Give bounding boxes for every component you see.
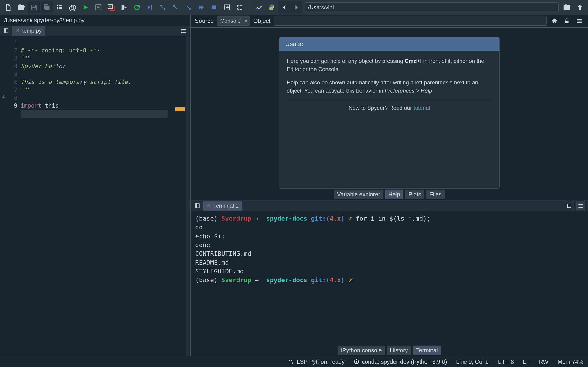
svg-rect-23 — [182, 32, 186, 33]
tab-plots[interactable]: Plots — [405, 190, 424, 199]
svg-rect-1 — [32, 8, 36, 10]
status-eol[interactable]: LF — [523, 359, 530, 365]
tab-history[interactable]: History — [387, 346, 411, 355]
outline-icon[interactable] — [54, 1, 66, 13]
save-all-icon[interactable] — [41, 1, 53, 13]
new-terminal-icon[interactable] — [565, 201, 574, 210]
tutorial-link[interactable]: tutorial — [414, 105, 430, 111]
editor-options-icon[interactable] — [180, 27, 188, 35]
editor-scrollbar[interactable] — [186, 36, 190, 356]
preferences-icon[interactable] — [253, 1, 265, 13]
status-lsp[interactable]: LSP Python: ready — [288, 359, 345, 365]
status-rw[interactable]: RW — [539, 359, 548, 365]
svg-rect-5 — [59, 7, 62, 8]
lock-icon[interactable] — [562, 16, 571, 25]
status-encoding[interactable]: UTF-8 — [498, 359, 514, 365]
svg-rect-11 — [121, 5, 124, 10]
run-cell-icon[interactable] — [92, 1, 104, 13]
save-icon[interactable] — [28, 1, 40, 13]
tab-label: temp.py — [22, 27, 42, 34]
help-source-combo[interactable]: Console — [217, 16, 250, 26]
tab-variable-explorer[interactable]: Variable explorer — [334, 190, 383, 199]
terminal-tab-1[interactable]: ✕ Terminal 1 — [203, 201, 242, 211]
nav-back-icon[interactable] — [278, 1, 290, 13]
tab-help[interactable]: Help — [385, 190, 403, 199]
nav-forward-icon[interactable] — [290, 1, 302, 13]
help-options-icon[interactable] — [575, 16, 584, 25]
svg-rect-6 — [57, 8, 58, 9]
help-object-input[interactable] — [274, 16, 547, 26]
at-icon[interactable]: @ — [67, 1, 78, 13]
svg-rect-27 — [577, 22, 582, 23]
close-tab-icon[interactable]: ✕ — [16, 28, 20, 34]
status-env[interactable]: conda: spyder-dev (Python 3.9.6) — [354, 359, 447, 365]
code-area[interactable]: # -*- coding: utf-8 -*- """ Spyder Edito… — [17, 39, 190, 356]
home-icon[interactable] — [550, 16, 559, 25]
tab-files[interactable]: Files — [426, 190, 445, 199]
svg-rect-21 — [182, 29, 186, 30]
editor-tab-temp[interactable]: ✕ temp.py — [12, 26, 45, 35]
toolbar-separator — [249, 3, 250, 11]
debug-step-in-icon[interactable] — [170, 1, 182, 13]
close-terminal-tab-icon[interactable]: ✕ — [207, 203, 211, 209]
svg-rect-26 — [577, 21, 582, 22]
svg-rect-4 — [57, 7, 58, 8]
svg-rect-32 — [578, 206, 583, 206]
svg-rect-3 — [59, 5, 62, 6]
working-dir-input[interactable] — [304, 2, 559, 12]
warning-icon[interactable]: ⚠ — [2, 93, 5, 101]
maximize-icon[interactable] — [234, 1, 246, 13]
terminal-output[interactable]: (base) Sverdrup → spyder-docs git:(4.x) … — [191, 211, 588, 344]
run-icon[interactable] — [79, 1, 91, 13]
svg-rect-25 — [577, 19, 582, 20]
debug-goto-icon[interactable] — [221, 1, 233, 13]
help-pane-tabs: Variable explorer Help Plots Files — [191, 189, 588, 200]
status-cursor[interactable]: Line 9, Col 1 — [456, 359, 488, 365]
debug-continue-icon[interactable] — [195, 1, 207, 13]
help-toolbar: Source Console Object — [191, 15, 588, 27]
editor-breadcrumb: /Users/vini/.spyder-py3/temp.py — [0, 15, 190, 26]
editor-tabbar: ✕ temp.py — [0, 26, 190, 36]
cube-icon — [354, 359, 359, 365]
svg-rect-2 — [57, 5, 58, 6]
svg-rect-7 — [59, 8, 62, 9]
python-path-icon[interactable] — [266, 1, 277, 13]
editor-warn-gutter: ⚠ — [0, 39, 7, 356]
help-body: Usage Here you can get help of any objec… — [191, 27, 588, 189]
tab-terminal[interactable]: Terminal — [413, 346, 441, 355]
browse-tabs-icon[interactable] — [2, 27, 10, 35]
open-folder-icon[interactable] — [15, 1, 27, 13]
line-number-gutter: 1 2 3 4 5 6 7 8 9 — [7, 39, 17, 356]
code-editor[interactable]: ⚠ 1 2 3 4 5 6 7 8 9 # -*- coding: utf-8 … — [0, 36, 190, 356]
status-bar: LSP Python: ready conda: spyder-dev (Pyt… — [0, 356, 588, 367]
debug-step-out-icon[interactable] — [182, 1, 194, 13]
help-source-label: Source — [195, 17, 214, 25]
rerun-icon[interactable] — [131, 1, 143, 13]
svg-rect-24 — [565, 21, 569, 23]
tab-ipython-console[interactable]: IPython console — [338, 346, 385, 355]
new-file-icon[interactable] — [2, 1, 14, 13]
svg-rect-16 — [189, 8, 191, 10]
usage-p2: Help can also be shown automatically aft… — [287, 78, 492, 95]
main-toolbar: @ — [0, 0, 588, 15]
debug-step-icon[interactable] — [157, 1, 169, 13]
usage-tutorial: New to Spyder? Read our tutorial — [287, 100, 492, 114]
lsp-icon — [288, 359, 294, 365]
parent-dir-icon[interactable] — [574, 1, 586, 13]
status-mem[interactable]: Mem 74% — [557, 359, 583, 365]
terminal-options-icon[interactable] — [576, 201, 585, 210]
terminal-browse-tabs-icon[interactable] — [193, 202, 201, 210]
svg-rect-22 — [182, 31, 186, 31]
help-object-label: Object — [253, 17, 270, 25]
run-selection-icon[interactable] — [118, 1, 130, 13]
debug-icon[interactable] — [144, 1, 156, 13]
svg-rect-33 — [578, 207, 583, 208]
browse-dir-icon[interactable] — [561, 1, 573, 13]
debug-stop-icon[interactable] — [208, 1, 220, 13]
editor-pane: /Users/vini/.spyder-py3/temp.py ✕ temp.p… — [0, 15, 191, 356]
svg-rect-17 — [212, 5, 216, 9]
run-cell-advance-icon[interactable] — [105, 1, 117, 13]
modified-marker — [175, 107, 185, 111]
svg-rect-12 — [151, 5, 152, 10]
usage-title: Usage — [279, 37, 499, 51]
